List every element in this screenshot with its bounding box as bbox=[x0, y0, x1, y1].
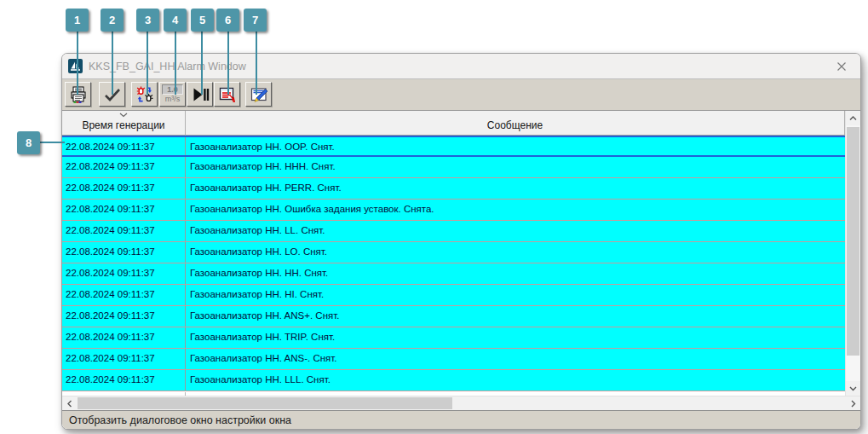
row-message: Газоанализатор HH. LL. Снят. bbox=[186, 221, 845, 241]
flow-units-icon: 1.0 m³/s bbox=[162, 84, 183, 104]
chevron-left-icon bbox=[67, 400, 72, 408]
horizontal-scrollbar[interactable] bbox=[62, 396, 860, 410]
horizontal-scroll-thumb[interactable] bbox=[78, 397, 452, 409]
table-row[interactable]: 22.08.2024 09:11:37 Газоанализатор HH. P… bbox=[62, 178, 845, 200]
row-message: Газоанализатор HH. HI. Снят. bbox=[186, 285, 845, 305]
callout-line-7 bbox=[256, 32, 257, 95]
callout-badge-3: 3 bbox=[136, 9, 159, 32]
table-row[interactable]: 22.08.2024 09:11:37 Газоанализатор HH. L… bbox=[62, 221, 845, 242]
column-label-message: Сообщение bbox=[487, 119, 543, 131]
callout-line-4 bbox=[175, 32, 176, 95]
table-row[interactable]: 22.08.2024 09:11:37 Газоанализатор HH. A… bbox=[62, 306, 845, 327]
row-time: 22.08.2024 09:11:37 bbox=[62, 370, 186, 391]
table-row[interactable]: 22.08.2024 09:11:37 Газоанализатор HH. H… bbox=[62, 285, 845, 306]
table-row[interactable]: 22.08.2024 09:11:37 Газоанализатор HH. O… bbox=[62, 136, 845, 157]
chevron-down-icon bbox=[849, 386, 857, 391]
scroll-up-button[interactable] bbox=[846, 111, 860, 125]
row-time: 22.08.2024 09:11:37 bbox=[62, 327, 186, 348]
edit-comment-button[interactable] bbox=[245, 82, 272, 107]
chevron-right-icon bbox=[851, 400, 856, 408]
callout-line-1 bbox=[77, 32, 78, 95]
callout-badge-8: 8 bbox=[17, 131, 40, 154]
scroll-right-button[interactable] bbox=[846, 396, 860, 410]
table-row[interactable]: 22.08.2024 09:11:37 Газоанализатор HH. T… bbox=[62, 327, 845, 349]
close-button[interactable] bbox=[823, 54, 860, 78]
table-row[interactable]: 22.08.2024 09:11:37 Газоанализатор HH. H… bbox=[62, 263, 845, 285]
row-message: Газоанализатор HH. HH. Снят. bbox=[186, 263, 845, 284]
row-time: 22.08.2024 09:11:37 bbox=[62, 157, 186, 177]
callout-line-6 bbox=[227, 32, 229, 95]
app-logo-icon bbox=[68, 59, 83, 73]
table-header: Время генерации Сообщение bbox=[62, 111, 845, 136]
row-message: Газоанализатор HH. LLL. Снят. bbox=[186, 370, 845, 391]
row-time: 22.08.2024 09:11:37 bbox=[62, 242, 186, 263]
row-message: Газоанализатор HH. Ошибка задания уставо… bbox=[186, 200, 845, 220]
alarm-blink-toggle-button[interactable] bbox=[131, 82, 158, 107]
column-header-time[interactable]: Время генерации bbox=[62, 111, 186, 136]
callout-line-5 bbox=[201, 32, 203, 95]
row-time: 22.08.2024 09:11:37 bbox=[62, 263, 186, 284]
vertical-scrollbar[interactable] bbox=[845, 111, 860, 396]
note-pencil-icon bbox=[250, 85, 268, 104]
scroll-down-button[interactable] bbox=[846, 381, 860, 396]
table-rows: 22.08.2024 09:11:37 Газоанализатор HH. O… bbox=[62, 136, 845, 391]
close-icon bbox=[836, 61, 847, 72]
status-text: Отобразить диалоговое окно настройки окн… bbox=[69, 414, 291, 426]
callout-badge-1: 1 bbox=[66, 9, 89, 32]
callout-badge-7: 7 bbox=[244, 9, 267, 32]
table-row[interactable]: 22.08.2024 09:11:37 Газоанализатор HH. L… bbox=[62, 242, 845, 263]
row-time: 22.08.2024 09:11:37 bbox=[62, 200, 186, 220]
table-row[interactable]: 22.08.2024 09:11:37 Газоанализатор HH. L… bbox=[62, 370, 845, 391]
row-time: 22.08.2024 09:11:37 bbox=[62, 306, 186, 327]
row-time: 22.08.2024 09:11:37 bbox=[62, 221, 186, 241]
callout-line-8 bbox=[40, 142, 65, 143]
scroll-left-button[interactable] bbox=[62, 396, 77, 410]
toolbar: 1.0 m³/s bbox=[62, 79, 860, 111]
run-pause-button[interactable] bbox=[187, 82, 213, 107]
table-row[interactable]: 22.08.2024 09:11:37 Газоанализатор HH. О… bbox=[62, 200, 845, 221]
row-message: Газоанализатор HH. TRIP. Снят. bbox=[186, 327, 845, 348]
callout-badge-2: 2 bbox=[101, 9, 124, 32]
column-label-time: Время генерации bbox=[82, 119, 164, 131]
alarm-lamps-icon bbox=[135, 85, 154, 104]
row-message: Газоанализатор HH. OOP. Снят. bbox=[186, 137, 845, 155]
row-message: Газоанализатор HH. ANS-. Снят. bbox=[186, 349, 845, 369]
row-message: Газоанализатор HH. ANS+. Снят. bbox=[186, 306, 845, 327]
row-time: 22.08.2024 09:11:37 bbox=[62, 137, 186, 155]
flow-unit-label: m³/s bbox=[162, 95, 183, 104]
callout-badge-5: 5 bbox=[191, 9, 214, 32]
callout-badge-4: 4 bbox=[164, 9, 187, 32]
callout-line-2 bbox=[112, 32, 113, 95]
table-row[interactable]: 22.08.2024 09:11:37 Газоанализатор HH. H… bbox=[62, 157, 845, 178]
title-bar[interactable]: KKS_FB_GAI_HH Alarm Window bbox=[62, 54, 860, 79]
play-pause-icon bbox=[191, 85, 210, 104]
alarm-window: KKS_FB_GAI_HH Alarm Window bbox=[61, 53, 861, 430]
chevron-up-icon bbox=[849, 116, 857, 121]
vertical-scroll-thumb[interactable] bbox=[847, 127, 859, 356]
row-time: 22.08.2024 09:11:37 bbox=[62, 285, 186, 305]
table-row[interactable]: 22.08.2024 09:11:37 Газоанализатор HH. A… bbox=[62, 349, 845, 370]
column-header-message[interactable]: Сообщение bbox=[186, 111, 845, 136]
row-message: Газоанализатор HH. LO. Снят. bbox=[186, 242, 845, 263]
row-message: Газоанализатор HH. HHH. Снят. bbox=[186, 157, 845, 177]
screenshot-stage: 1 2 3 4 5 6 7 8 KKS_FB_GAI_HH Alarm Wind… bbox=[0, 0, 868, 434]
flow-units-button[interactable]: 1.0 m³/s bbox=[159, 82, 186, 107]
callout-line-3 bbox=[147, 32, 148, 95]
callout-badge-6: 6 bbox=[216, 9, 239, 32]
row-time: 22.08.2024 09:11:37 bbox=[62, 178, 186, 199]
sort-descending-icon bbox=[119, 113, 128, 118]
flow-value-label: 1.0 bbox=[162, 84, 183, 95]
row-message: Газоанализатор HH. PERR. Снят. bbox=[186, 178, 845, 199]
status-bar: Отобразить диалоговое окно настройки окн… bbox=[62, 410, 860, 429]
alarm-table: Время генерации Сообщение 22.08.2024 09:… bbox=[62, 111, 860, 410]
row-time: 22.08.2024 09:11:37 bbox=[62, 349, 186, 369]
window-title: KKS_FB_GAI_HH Alarm Window bbox=[89, 61, 823, 72]
